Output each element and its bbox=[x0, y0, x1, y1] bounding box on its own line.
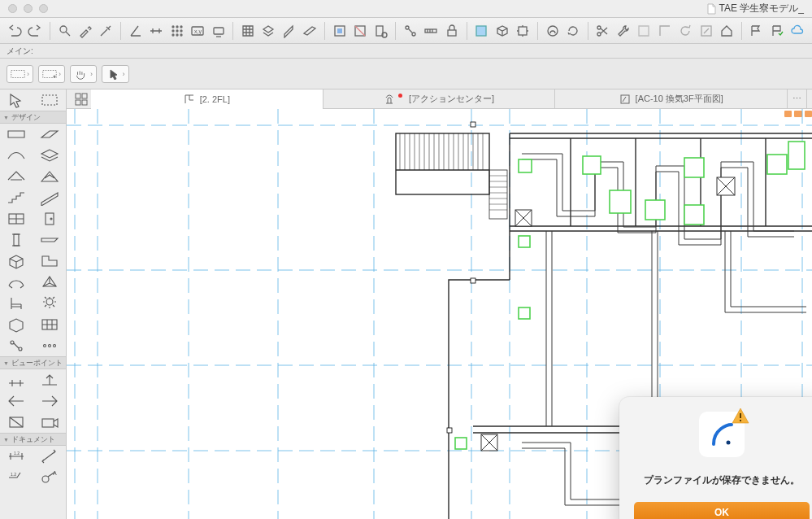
profile-button[interactable] bbox=[543, 21, 562, 41]
linear-dim-tool[interactable]: 1.2 bbox=[0, 446, 33, 467]
wall-tool[interactable] bbox=[0, 124, 33, 145]
dim-button-1[interactable] bbox=[635, 21, 654, 41]
rotate-ccw-button[interactable] bbox=[675, 21, 694, 41]
window-titlebar: TAE 学生寮モデル_ bbox=[0, 0, 812, 18]
xy-label-button[interactable]: x,y bbox=[188, 21, 206, 41]
pointer-tool[interactable] bbox=[0, 89, 33, 111]
svg-point-7 bbox=[172, 34, 174, 36]
object-tool[interactable] bbox=[0, 251, 33, 272]
save-error-dialog: プランファイルが保存できません。 OK bbox=[619, 397, 812, 519]
stair-tool[interactable] bbox=[0, 187, 33, 208]
scissors-button[interactable] bbox=[593, 21, 612, 41]
window-tool[interactable] bbox=[0, 208, 33, 229]
curve-wall-tool[interactable] bbox=[0, 145, 33, 166]
tab-overflow[interactable]: ⋯ bbox=[788, 89, 807, 109]
svg-point-36 bbox=[46, 299, 53, 305]
rotation-button[interactable] bbox=[563, 21, 582, 41]
eyedropper-button[interactable] bbox=[76, 21, 94, 41]
level-dim-tool[interactable] bbox=[0, 369, 33, 390]
curtain-wall-tool[interactable] bbox=[33, 314, 67, 335]
slab-tool[interactable] bbox=[33, 124, 67, 145]
detail-tool[interactable] bbox=[33, 390, 67, 412]
eyedropper-zoom-button[interactable] bbox=[55, 21, 74, 41]
grid-toggle-button[interactable] bbox=[238, 21, 257, 41]
flag-button[interactable] bbox=[747, 21, 766, 41]
level-mark-tool[interactable]: 1.2 bbox=[0, 467, 33, 488]
svg-point-25 bbox=[597, 26, 601, 29]
rotate-3d-button[interactable] bbox=[493, 21, 511, 41]
svg-point-1 bbox=[172, 26, 174, 28]
layers-button[interactable] bbox=[259, 21, 278, 41]
close-window-icon[interactable] bbox=[8, 4, 17, 13]
document-section-header[interactable]: ▼ドキュメント bbox=[0, 433, 66, 446]
grid-dots-button[interactable] bbox=[167, 21, 186, 41]
viewpoint-section-header[interactable]: ▼ビューポイント bbox=[0, 356, 66, 369]
plane-button[interactable] bbox=[301, 21, 319, 41]
layers-tool[interactable] bbox=[33, 145, 67, 166]
redo-button[interactable] bbox=[25, 21, 44, 41]
drawing-canvas[interactable]: プランファイルが保存できません。 OK bbox=[67, 109, 812, 519]
connector-tool[interactable] bbox=[0, 335, 33, 356]
home-button[interactable] bbox=[717, 21, 736, 41]
flag-check-button[interactable] bbox=[767, 21, 786, 41]
chair-tool[interactable] bbox=[0, 293, 33, 314]
tab-action-center[interactable]: [アクションセンター] bbox=[323, 89, 556, 109]
svg-point-6 bbox=[180, 30, 182, 32]
measure-1-button[interactable] bbox=[422, 21, 441, 41]
ramp-tool[interactable] bbox=[33, 187, 67, 208]
tab-ac10-plan[interactable]: [AC-10 換気3F平面図] bbox=[555, 89, 788, 109]
svg-point-34 bbox=[50, 218, 52, 220]
worksheet-tool[interactable] bbox=[0, 412, 33, 433]
dimension-tool-button[interactable] bbox=[147, 21, 166, 41]
camera-tool[interactable] bbox=[33, 412, 67, 433]
undo-button[interactable] bbox=[5, 21, 24, 41]
thumbs-icon[interactable] bbox=[72, 93, 91, 106]
text-tool[interactable]: A bbox=[33, 467, 67, 488]
document-icon bbox=[706, 3, 716, 15]
section-button[interactable] bbox=[330, 21, 349, 41]
section-tool[interactable] bbox=[0, 390, 33, 412]
selection-highlight-button[interactable] bbox=[472, 21, 491, 41]
lock-button[interactable] bbox=[442, 21, 461, 41]
more-tool[interactable] bbox=[33, 335, 67, 356]
corner-button[interactable] bbox=[655, 21, 674, 41]
shell-tool[interactable] bbox=[0, 272, 33, 293]
tool-sidebar: ▼デザイン ▼ビューポイント ▼ドキュメント 1.2 1.2A bbox=[0, 89, 67, 519]
app-icon bbox=[699, 412, 745, 457]
wrench-button[interactable] bbox=[614, 21, 632, 41]
tab-floor-2fl[interactable]: [2. 2FL] bbox=[91, 89, 323, 109]
marquee-dashed-chip[interactable]: › bbox=[7, 65, 33, 83]
issue-button[interactable] bbox=[371, 21, 390, 41]
settings-dropdown-button[interactable] bbox=[209, 21, 228, 41]
ok-button[interactable]: OK bbox=[634, 502, 810, 519]
zone-tool[interactable] bbox=[33, 251, 67, 272]
zoom-window-icon[interactable] bbox=[39, 4, 48, 13]
beam-tool[interactable] bbox=[33, 229, 67, 251]
minimize-window-icon[interactable] bbox=[24, 4, 33, 13]
hand-chip[interactable]: › bbox=[70, 65, 97, 83]
angle-tool-button[interactable] bbox=[126, 21, 145, 41]
column-tool[interactable] bbox=[0, 229, 33, 251]
svg-text:1.2: 1.2 bbox=[11, 472, 16, 477]
marquee-tool[interactable] bbox=[33, 89, 67, 111]
radial-dim-tool[interactable] bbox=[33, 446, 67, 467]
cloud-sync-button[interactable] bbox=[788, 21, 807, 41]
mesh-tool[interactable] bbox=[33, 166, 67, 187]
lamp-tool[interactable] bbox=[33, 293, 67, 314]
wall-button[interactable] bbox=[280, 21, 298, 41]
door-tool[interactable] bbox=[33, 208, 67, 229]
svg-rect-14 bbox=[337, 28, 342, 33]
pointer-chip[interactable]: › bbox=[102, 65, 129, 83]
svg-point-3 bbox=[180, 26, 182, 28]
trace-button[interactable] bbox=[350, 21, 369, 41]
morph-tool[interactable] bbox=[33, 272, 67, 293]
syringe-button[interactable] bbox=[97, 21, 115, 41]
transform-button[interactable] bbox=[513, 21, 532, 41]
marquee-corner-chip[interactable]: › bbox=[38, 65, 65, 83]
connection-button[interactable] bbox=[401, 21, 419, 41]
elevation-tool[interactable] bbox=[33, 369, 67, 390]
expand-button[interactable] bbox=[697, 21, 715, 41]
roof-tool[interactable] bbox=[0, 166, 33, 187]
design-section-header[interactable]: ▼デザイン bbox=[0, 111, 66, 124]
box-tool[interactable] bbox=[0, 314, 33, 335]
